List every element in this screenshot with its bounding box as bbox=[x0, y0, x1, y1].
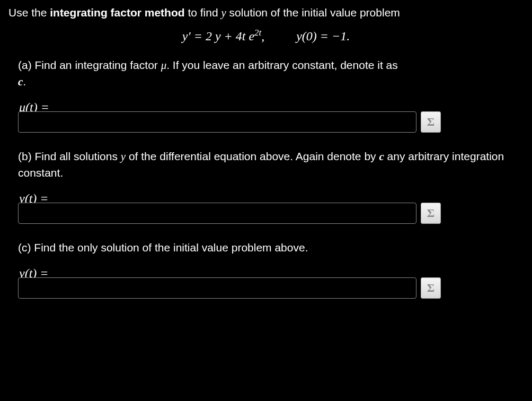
sigma-icon: Σ bbox=[427, 115, 435, 129]
pa-pre: (a) Find an integrating factor bbox=[18, 59, 161, 71]
intro-post1: to find bbox=[185, 6, 221, 19]
pa-mid: . If you leave an arbitrary constant, de… bbox=[166, 59, 398, 71]
part-b: (b) Find all solutions y of the differen… bbox=[18, 149, 514, 224]
pb-c: c bbox=[379, 150, 384, 163]
pb-mid: of the differential equation above. Agai… bbox=[126, 150, 379, 162]
eq-comma: , bbox=[261, 29, 264, 43]
part-c-text: (c) Find the only solution of the initia… bbox=[18, 240, 514, 256]
pb-y: y bbox=[121, 150, 126, 163]
part-a: (a) Find an integrating factor μ. If you… bbox=[18, 57, 514, 133]
pa-post: . bbox=[23, 75, 26, 88]
sigma-button-c[interactable]: Σ bbox=[421, 277, 441, 299]
y-input-b[interactable] bbox=[18, 203, 416, 224]
intro-text: Use the integrating factor method to fin… bbox=[8, 5, 524, 20]
answer-row-c: Σ bbox=[18, 277, 514, 299]
equation-display: y′ = 2 y + 4t e2t,y(0) = −1. bbox=[8, 28, 524, 43]
intro-pre: Use the bbox=[8, 6, 50, 19]
pa-mu: μ bbox=[161, 59, 167, 72]
answer-row-a: Σ bbox=[18, 111, 514, 133]
eq-exp: 2t bbox=[254, 28, 261, 38]
problem-page: Use the integrating factor method to fin… bbox=[0, 0, 532, 299]
pa-c: c bbox=[18, 75, 23, 88]
y-input-c[interactable] bbox=[18, 277, 416, 299]
pb-pre: (b) Find all solutions bbox=[18, 150, 121, 162]
intro-method: integrating factor method bbox=[50, 6, 184, 19]
part-b-text: (b) Find all solutions y of the differen… bbox=[18, 149, 514, 181]
answer-row-b: Σ bbox=[18, 203, 514, 224]
eq-rhs: y(0) = −1. bbox=[296, 29, 350, 43]
eq-lhs: y′ = 2 y + 4t e2t, bbox=[182, 29, 264, 43]
mu-input[interactable] bbox=[18, 111, 416, 133]
sigma-button-b[interactable]: Σ bbox=[421, 203, 441, 224]
intro-var-y: y bbox=[221, 6, 226, 19]
sigma-icon: Σ bbox=[427, 281, 435, 295]
eq-lhs-text: y′ = 2 y + 4t e bbox=[182, 29, 254, 43]
sigma-icon: Σ bbox=[427, 206, 435, 220]
sigma-button-a[interactable]: Σ bbox=[421, 111, 441, 133]
part-a-text: (a) Find an integrating factor μ. If you… bbox=[18, 57, 514, 90]
intro-post2: solution of the initial value problem bbox=[226, 6, 400, 19]
part-c: (c) Find the only solution of the initia… bbox=[18, 240, 514, 299]
